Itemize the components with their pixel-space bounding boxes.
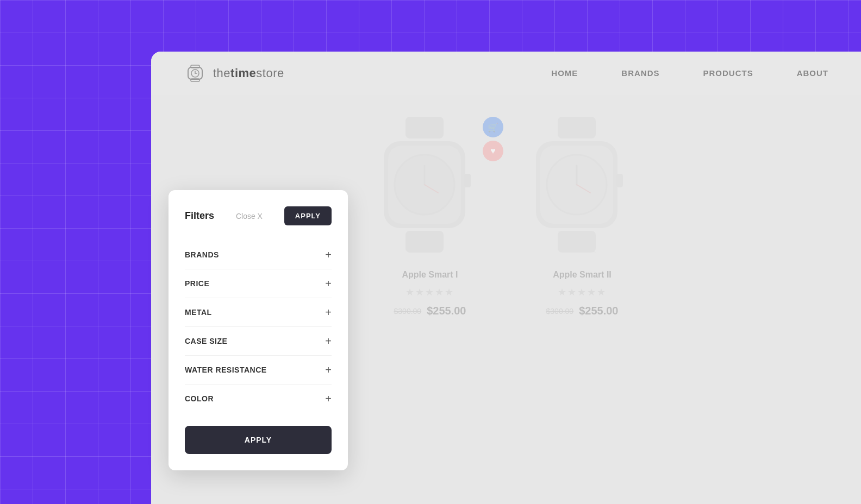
expand-icon-case-size: + [325,336,332,346]
filter-item-water-resistance[interactable]: WATER RESISTANCE + [185,356,332,385]
filter-list: BRANDS + PRICE + METAL + CASE SIZE + WAT… [185,241,332,413]
expand-icon-brands: + [325,249,332,260]
close-filter-button[interactable]: Close X [225,212,273,220]
filter-label-case-size: CASE SIZE [185,337,227,345]
apply-bottom-button[interactable]: APPLY [185,426,332,454]
nav-item-home[interactable]: HOME [551,68,578,78]
nav-item-products[interactable]: PRODUCTS [703,68,753,78]
nav-links: HOME BRANDS PRODUCTS ABOUT [551,68,828,78]
filter-title: Filters [185,210,214,222]
filter-item-case-size[interactable]: CASE SIZE + [185,327,332,356]
nav-item-brands[interactable]: BRANDS [621,68,659,78]
filter-label-price: PRICE [185,279,209,288]
logo-text: thetimestore [213,66,284,80]
apply-top-button[interactable]: APPLY [284,206,332,225]
filter-modal: Filters Close X APPLY BRANDS + PRICE + M… [169,190,348,470]
navbar: thetimestore HOME BRANDS PRODUCTS ABOUT [151,52,861,95]
filter-label-metal: METAL [185,308,212,317]
expand-icon-price: + [325,278,332,289]
filter-item-price[interactable]: PRICE + [185,269,332,298]
filter-label-brands: BRANDS [185,250,219,259]
filter-item-color[interactable]: COLOR + [185,385,332,413]
filter-label-water-resistance: WATER RESISTANCE [185,366,267,374]
logo[interactable]: thetimestore [184,62,284,85]
filter-header: Filters Close X APPLY [185,206,332,225]
logo-watch-icon [184,62,207,85]
nav-item-about[interactable]: ABOUT [797,68,828,78]
expand-icon-metal: + [325,307,332,318]
expand-icon-water-resistance: + [325,364,332,375]
expand-icon-color: + [325,393,332,404]
filter-item-brands[interactable]: BRANDS + [185,241,332,269]
filter-label-color: COLOR [185,394,214,403]
svg-rect-1 [191,65,199,68]
svg-rect-2 [191,79,199,81]
filter-item-metal[interactable]: METAL + [185,298,332,327]
